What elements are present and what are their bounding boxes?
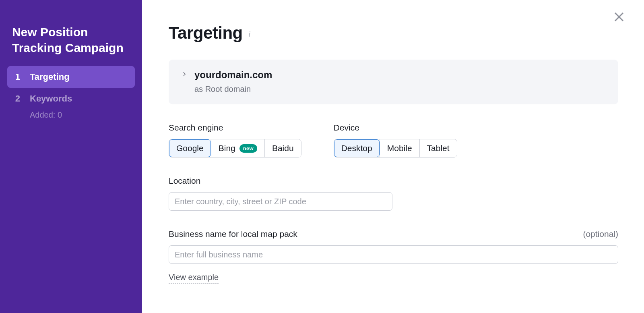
close-icon — [613, 11, 625, 23]
business-name-field: Business name for local map pack (option… — [169, 229, 618, 284]
wizard-title: New Position Tracking Campaign — [7, 24, 135, 66]
option-label: Bing — [219, 143, 235, 153]
location-label: Location — [169, 176, 618, 186]
device-desktop[interactable]: Desktop — [334, 139, 380, 157]
search-engine-field: Search engine Google Bing new Baidu — [169, 123, 301, 158]
option-label: Google — [176, 143, 204, 153]
step-number: 1 — [14, 72, 20, 82]
step-number: 2 — [14, 93, 20, 104]
page-title-row: Targeting i — [169, 23, 618, 43]
step-targeting[interactable]: 1 Targeting — [7, 66, 135, 88]
step-label: Targeting — [30, 72, 70, 82]
domain-card[interactable]: yourdomain.com as Root domain — [169, 60, 618, 104]
location-input[interactable] — [169, 192, 392, 211]
search-engine-baidu[interactable]: Baidu — [264, 139, 301, 157]
info-icon[interactable]: i — [248, 27, 251, 39]
option-label: Desktop — [341, 143, 372, 153]
device-segmented: Desktop Mobile Tablet — [334, 139, 457, 158]
search-engine-google[interactable]: Google — [169, 139, 211, 157]
domain-row: yourdomain.com — [182, 69, 607, 81]
step-keywords-sub: Added: 0 — [7, 110, 135, 120]
search-engine-bing[interactable]: Bing new — [211, 139, 264, 157]
location-field: Location — [169, 176, 618, 211]
chevron-right-icon — [182, 71, 187, 79]
option-label: Mobile — [387, 143, 412, 153]
business-name-label: Business name for local map pack — [169, 229, 297, 239]
option-label: Tablet — [427, 143, 450, 153]
device-label: Device — [334, 123, 457, 133]
view-example-link[interactable]: View example — [169, 273, 219, 284]
business-name-input[interactable] — [169, 245, 618, 264]
domain-name: yourdomain.com — [194, 69, 272, 81]
domain-type: as Root domain — [194, 85, 607, 94]
step-keywords[interactable]: 2 Keywords — [7, 88, 135, 110]
search-engine-label: Search engine — [169, 123, 301, 133]
step-label: Keywords — [30, 93, 72, 104]
search-engine-segmented: Google Bing new Baidu — [169, 139, 301, 158]
option-label: Baidu — [272, 143, 294, 153]
device-mobile[interactable]: Mobile — [380, 139, 419, 157]
optional-label: (optional) — [583, 229, 618, 239]
new-badge: new — [239, 144, 257, 153]
close-button[interactable] — [609, 7, 629, 27]
device-field: Device Desktop Mobile Tablet — [334, 123, 457, 158]
wizard-main: Targeting i yourdomain.com as Root domai… — [142, 0, 644, 313]
wizard-sidebar: New Position Tracking Campaign 1 Targeti… — [0, 0, 142, 313]
page-title: Targeting — [169, 23, 243, 43]
device-tablet[interactable]: Tablet — [419, 139, 457, 157]
wizard-steps: 1 Targeting 2 Keywords Added: 0 — [7, 66, 135, 120]
